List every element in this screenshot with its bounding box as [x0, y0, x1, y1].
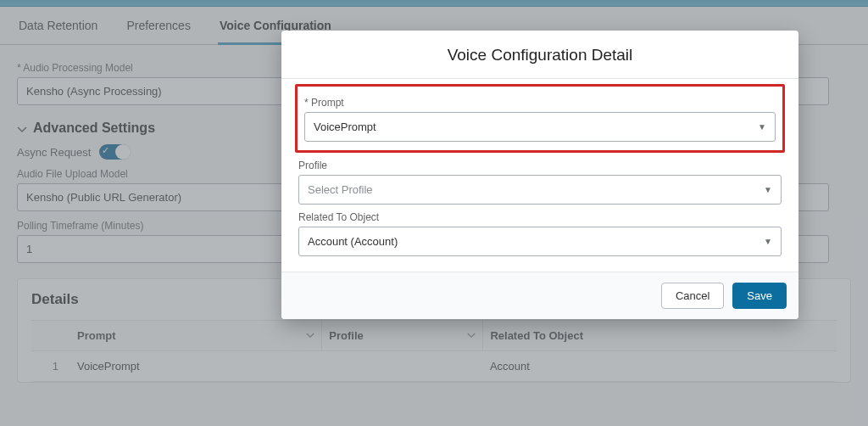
modal-title: Voice Configuration Detail [281, 31, 798, 79]
modal-profile-label: Profile [298, 160, 782, 171]
prompt-highlight: Prompt VoicePrompt ▼ [295, 84, 785, 153]
modal-related-value: Account (Account) [308, 235, 398, 248]
modal-prompt-select[interactable]: VoicePrompt ▼ [304, 112, 776, 142]
caret-down-icon: ▼ [764, 185, 772, 194]
cancel-button[interactable]: Cancel [661, 283, 724, 309]
save-button[interactable]: Save [732, 283, 787, 309]
caret-down-icon: ▼ [764, 237, 772, 246]
modal-related-label: Related To Object [298, 211, 782, 223]
voice-config-detail-modal: Voice Configuration Detail Prompt VoiceP… [281, 31, 798, 319]
modal-prompt-value: VoicePrompt [314, 121, 376, 133]
modal-profile-select[interactable]: Select Profile ▼ [298, 175, 782, 205]
modal-related-select[interactable]: Account (Account) ▼ [298, 227, 782, 256]
modal-profile-placeholder: Select Profile [308, 183, 373, 196]
modal-footer: Cancel Save [281, 272, 798, 319]
modal-prompt-label: Prompt [304, 97, 776, 109]
caret-down-icon: ▼ [758, 122, 766, 132]
